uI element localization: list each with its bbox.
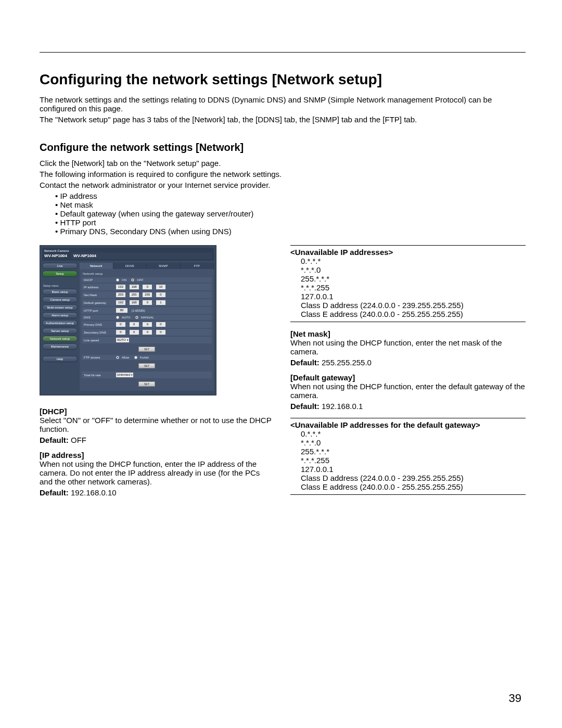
param-heading-ip: [IP address]: [40, 451, 275, 459]
param-heading-dhcp: [DHCP]: [40, 407, 275, 416]
list-item: 255.*.*.*: [301, 447, 526, 456]
sidebar-item-alarm[interactable]: Alarm setup: [42, 312, 78, 318]
page-title: Configuring the network settings [Networ…: [40, 71, 526, 88]
param-text: When not using the DHCP function, enter …: [290, 382, 526, 400]
sdns-octet-1[interactable]: 0: [116, 330, 125, 335]
required-info-list: IP address Net mask Default gateway (whe…: [55, 191, 526, 236]
row-label-pdns: Primary DNS: [84, 323, 116, 326]
brand-model: WV-NP1004: [44, 253, 67, 258]
http-port-input[interactable]: 80: [116, 308, 127, 313]
default-label: Default:: [290, 358, 320, 367]
list-item: *.*.*.255: [301, 283, 526, 292]
set-button[interactable]: SET: [138, 363, 155, 368]
ip-octet-1[interactable]: 192: [116, 285, 125, 289]
tab-snmp[interactable]: SNMP: [147, 263, 181, 269]
intro-1: The network settings and the settings re…: [40, 95, 526, 113]
radio-label: AUTO: [122, 316, 131, 319]
tab-ftp[interactable]: FTP: [181, 263, 214, 269]
gw-octet-1[interactable]: 192: [116, 300, 125, 305]
tab-network[interactable]: Network: [80, 263, 113, 269]
list-item: IP address: [55, 191, 526, 200]
intro-2: The "Network setup" page has 3 tabs of t…: [40, 115, 526, 124]
row-label-dhcp: DHCP: [84, 278, 116, 282]
list-item: Class E address (240.0.0.0 - 255.255.255…: [301, 482, 526, 491]
default-value: 192.168.0.1: [320, 402, 363, 411]
mask-octet-2[interactable]: 255: [130, 292, 139, 297]
ip-octet-4[interactable]: 10: [156, 285, 165, 289]
settings-screenshot: Network Camera WV-NP1004 WV-NP1004 Live …: [40, 245, 216, 395]
mask-octet-4[interactable]: 0: [156, 292, 165, 297]
list-item: Class D address (224.0.0.0 - 239.255.255…: [301, 301, 526, 310]
sidebar-item-basic[interactable]: Basic setup: [42, 289, 78, 295]
live-button[interactable]: Live: [42, 263, 78, 269]
page-number: 39: [509, 692, 521, 705]
list-item: *.*.*.0: [301, 438, 526, 447]
radio-label: Forbid: [140, 356, 149, 359]
ip-octet-3[interactable]: 0: [143, 285, 152, 289]
radio-ftp-forbid[interactable]: [134, 356, 137, 359]
sdns-octet-3[interactable]: 0: [143, 330, 152, 335]
sidebar-item-network[interactable]: Network setup: [42, 336, 78, 342]
row-label-dns: DNS: [84, 316, 116, 319]
sdns-octet-4[interactable]: 0: [156, 330, 165, 335]
radio-dhcp-on[interactable]: [116, 278, 119, 282]
default-label: Default:: [290, 402, 320, 411]
tab-ddns[interactable]: DDNS: [113, 263, 147, 269]
list-item: 0.*.*.*: [301, 257, 526, 265]
param-heading-mask: [Net mask]: [290, 329, 526, 338]
list-item: 127.0.0.1: [301, 292, 526, 301]
subintro-3: Contact the network administrator or you…: [40, 181, 526, 189]
sdns-octet-2[interactable]: 0: [130, 330, 139, 335]
total-bitrate-select[interactable]: Unlimited: [116, 373, 133, 377]
ip-octet-2[interactable]: 168: [130, 285, 139, 289]
panel-title: Network setup: [80, 269, 214, 276]
radio-ftp-allow[interactable]: [116, 356, 119, 359]
mask-octet-1[interactable]: 255: [116, 292, 125, 297]
sidebar-header: Setup menu: [42, 284, 78, 287]
unavailable-ip-box: <Unavailable IP addresses> 0.*.*.* *.*.*…: [290, 245, 526, 322]
radio-label: MANUAL: [141, 316, 154, 319]
radio-label: Allow: [122, 356, 129, 359]
set-button[interactable]: SET: [138, 347, 155, 352]
list-item: 255.*.*.*: [301, 274, 526, 283]
pdns-octet-1[interactable]: 0: [116, 322, 125, 327]
sidebar-item-maintenance[interactable]: Maintenance: [42, 343, 78, 350]
gw-octet-2[interactable]: 168: [130, 300, 139, 305]
row-label-gw: Default gateway: [84, 301, 116, 304]
mask-octet-3[interactable]: 255: [143, 292, 152, 297]
gw-octet-4[interactable]: 1: [156, 300, 165, 305]
pdns-octet-4[interactable]: 0: [156, 322, 165, 327]
default-label: Default:: [40, 436, 69, 444]
radio-dns-manual[interactable]: [135, 316, 138, 319]
help-button[interactable]: Help: [42, 356, 78, 362]
sidebar-item-auth[interactable]: Authentication setup: [42, 320, 78, 326]
radio-dns-auto[interactable]: [116, 316, 119, 319]
param-text: When not using the DHCP function, enter …: [40, 459, 275, 486]
sidebar-item-server[interactable]: Server setup: [42, 328, 78, 334]
pdns-octet-2[interactable]: 0: [130, 322, 139, 327]
param-text: Select "ON" or "OFF" to determine whethe…: [40, 416, 275, 433]
row-label-mask: Net Mask: [84, 293, 116, 297]
sidebar-item-camera[interactable]: Camera setup: [42, 297, 78, 303]
list-item: 0.*.*.*: [301, 429, 526, 438]
list-item: Class E address (240.0.0.0 - 255.255.255…: [301, 310, 526, 318]
pdns-octet-3[interactable]: 0: [143, 322, 152, 327]
gw-octet-3[interactable]: 0: [143, 300, 152, 305]
list-item: HTTP port: [55, 218, 526, 227]
list-item: *.*.*.0: [301, 265, 526, 274]
linespeed-select[interactable]: AUTO: [116, 338, 129, 342]
row-label-total: Total bit rate: [84, 374, 116, 377]
row-label-sdns: Secondary DNS: [84, 331, 116, 334]
list-item: 127.0.0.1: [301, 465, 526, 474]
subintro-2: The following information is required to…: [40, 170, 526, 178]
box-heading: <Unavailable IP addresses>: [290, 248, 393, 257]
list-item: Class D address (224.0.0.0 - 239.255.255…: [301, 474, 526, 482]
set-button[interactable]: SET: [138, 381, 155, 387]
sidebar-item-multiscreen[interactable]: Multi-screen setup: [42, 304, 78, 311]
default-value: OFF: [69, 436, 86, 444]
setup-button[interactable]: Setup: [42, 271, 78, 277]
box-heading: <Unavailable IP addresses for the defaul…: [290, 420, 480, 429]
list-item: Primary DNS, Secondary DNS (when using D…: [55, 227, 526, 236]
row-label-linespeed: Line speed: [84, 339, 116, 342]
radio-dhcp-off[interactable]: [131, 278, 134, 282]
